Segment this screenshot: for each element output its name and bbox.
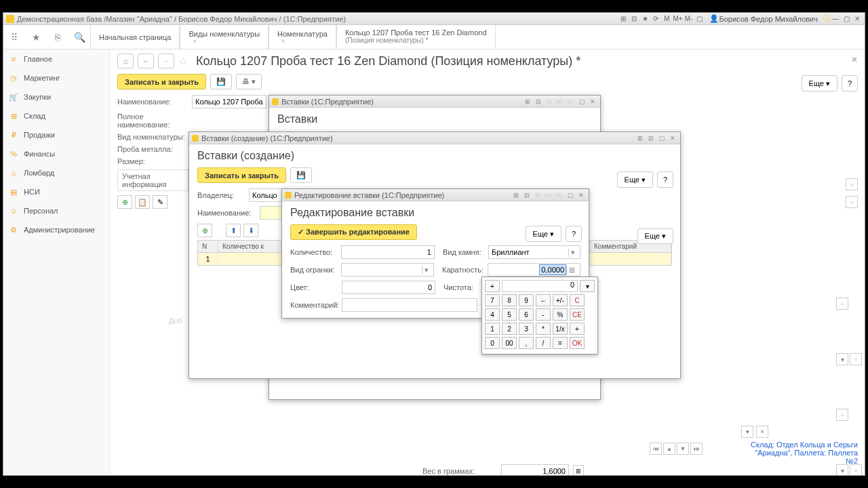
save-close-button[interactable]: Записать и закрыть [117,74,206,89]
icon-7[interactable]: M- [684,14,693,24]
icon-3[interactable]: ★ [640,14,650,24]
calc-6[interactable]: 6 [519,308,534,321]
sidebar-item-purchases[interactable]: 🛒Закупки [3,87,110,106]
maximize-icon[interactable]: ▢ [842,14,851,24]
tab-types[interactable]: Виды номенклатуры× [180,25,269,49]
calc-00[interactable]: 00 [502,337,517,349]
tab-nomenclature[interactable]: Номенклатура× [269,25,336,49]
tab-home[interactable]: Начальная страница [90,25,180,49]
sidebar-item-personnel[interactable]: ☺Персонал [3,201,110,220]
m3-qty-input[interactable] [341,245,435,259]
nav-down[interactable]: ▼ [677,443,689,455]
m3-color-input[interactable] [342,281,435,294]
m2-more[interactable]: Еще ▾ [617,171,653,188]
minimize-icon[interactable]: — [831,14,840,24]
sidebar-item-marketing[interactable]: ◷Маркетинг [3,68,110,87]
calc-9[interactable]: 9 [519,294,534,306]
back-button[interactable]: ← [138,54,154,68]
help-button[interactable]: ? [842,75,858,92]
save-icon-button[interactable]: 💾 [210,74,232,89]
m2-down-icon[interactable]: ⬇ [243,224,258,237]
clear-s[interactable]: × [756,426,768,438]
info-icon[interactable]: ⓘ [823,14,831,24]
sidebar-item-admin[interactable]: ⚙Администрирование [3,220,110,239]
m1-close[interactable]: ✕ [588,97,597,106]
m2-save[interactable]: 💾 [290,167,312,183]
m3-close[interactable]: ✕ [576,190,586,200]
m3-carat-field[interactable]: 0,0000 ⊞ [488,263,580,277]
nav-up[interactable]: ▲ [663,443,675,455]
m3-finish[interactable]: ✓ Завершить редактирование [290,224,417,240]
sidebar-item-nsi[interactable]: ▤НСИ [3,182,110,201]
calc-pct[interactable]: % [553,308,568,321]
m2-i1[interactable]: ⊞ [635,134,645,143]
m1-min[interactable]: ▢ [577,97,587,106]
sidebar-item-finance[interactable]: ℅Финансы [3,144,110,163]
m3-help[interactable]: ? [566,226,582,242]
m1-i5[interactable]: M- [566,97,576,106]
icon-8[interactable]: ▢ [694,14,704,24]
calc-icon-1[interactable]: ⊞ [573,465,584,475]
m2-more2[interactable]: Еще ▾ [637,228,673,244]
calc-minus[interactable]: - [536,308,551,321]
calc-ce[interactable]: CE [570,308,585,321]
calc-ok[interactable]: OK [570,337,585,349]
calc-open-icon[interactable]: ⊞ [566,266,577,274]
m2-owner-input[interactable] [249,188,283,202]
calc-sign[interactable]: +/- [553,294,568,306]
calc-7[interactable]: 7 [485,294,500,306]
add-icon[interactable]: ⊕ [117,195,132,209]
home-button[interactable]: ⌂ [117,54,134,68]
close-icon[interactable]: ✕ [852,14,862,24]
forward-button[interactable]: → [158,54,174,68]
calc-inv[interactable]: 1/x [553,323,568,335]
m2-save-close[interactable]: Записать и закрыть [197,167,286,183]
calc-4[interactable]: 4 [485,308,500,321]
name-input[interactable] [192,95,267,108]
copy-icon[interactable]: 📋 [135,195,150,209]
m1-i2[interactable]: ⊟ [534,97,543,106]
calc-plus[interactable]: + [570,323,585,335]
icon-6[interactable]: M+ [673,14,682,24]
calc-0[interactable]: 0 [485,337,500,349]
m3-min[interactable]: ▢ [566,190,575,200]
m2-add-icon[interactable]: ⊕ [197,224,212,237]
favorite-icon[interactable]: ☆ [178,55,188,68]
tab-item[interactable]: Кольцо 1207 Проба тест 16 Zen Diamond (П… [336,25,496,49]
m3-i3[interactable]: M [533,190,542,200]
apps-icon[interactable]: ⠿ [3,25,25,49]
calc-dropdown[interactable]: ▾ [580,280,595,292]
m3-i5[interactable]: M- [555,190,564,200]
sidebar-item-main[interactable]: ≡Главное [3,49,110,68]
open-5[interactable]: ▫ [836,409,848,421]
calc-3[interactable]: 3 [519,323,534,335]
drop-s[interactable]: ▾ [741,426,753,438]
m3-cut-select[interactable]: ▾ [341,263,434,277]
m3-comment-input[interactable] [342,298,477,312]
m1-i4[interactable]: M+ [555,97,565,106]
m3-i2[interactable]: ⊟ [522,190,532,200]
m3-stone-select[interactable]: Бриллиант▾ [488,245,580,259]
icon-2[interactable]: ⊟ [629,14,639,24]
sidebar-item-warehouse[interactable]: ⊞Склад [3,106,110,125]
dropdown-a[interactable]: ▾ [836,353,848,365]
weight-g-input[interactable] [501,464,569,475]
calc-dot[interactable]: , [519,337,534,349]
chevron-down-icon[interactable]: ▾ [568,248,577,257]
more-button[interactable]: Еще ▾ [802,75,837,92]
m2-close[interactable]: ✕ [668,134,677,143]
print-button[interactable]: 🖶 ▾ [236,74,262,89]
icon-1[interactable]: ⊞ [618,14,628,24]
calc-eq[interactable]: = [553,337,568,349]
open-2[interactable]: ▫ [846,196,858,208]
m1-i1[interactable]: ⊞ [523,97,532,106]
nav-first[interactable]: ⏮ [650,443,662,455]
sklad-link[interactable]: Склад: Отдел Кольца и Серьги "Ариадна", … [741,441,858,465]
m3-i4[interactable]: M+ [544,190,553,200]
m2-help[interactable]: ? [657,171,673,188]
calc-5[interactable]: 5 [502,308,517,321]
open-3[interactable]: ▫ [836,298,848,310]
calc-1[interactable]: 1 [485,323,500,335]
edit-icon[interactable]: ✎ [153,195,167,209]
calc-plus-top[interactable]: + [485,280,500,292]
